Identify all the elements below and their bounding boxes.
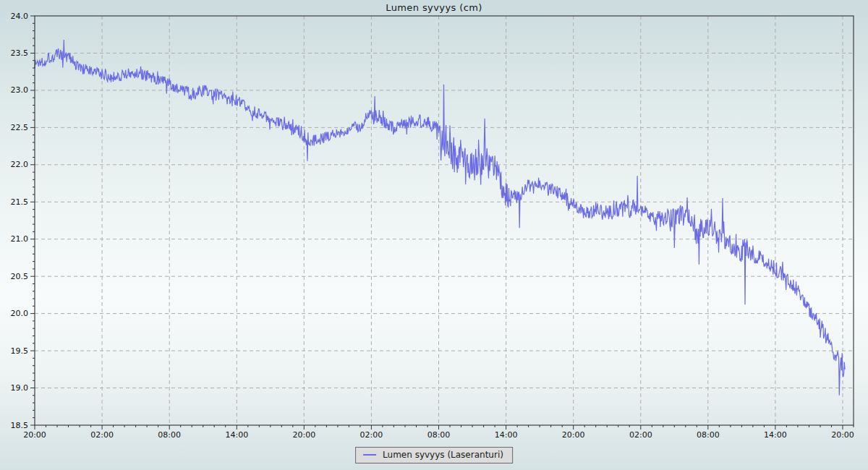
svg-text:20:00: 20:00 <box>831 430 854 440</box>
svg-text:14:00: 14:00 <box>495 430 518 440</box>
svg-text:02:00: 02:00 <box>90 430 114 440</box>
svg-text:19.0: 19.0 <box>11 383 29 393</box>
axis-tick-labels: 18.519.019.520.020.521.021.522.022.523.0… <box>11 12 854 440</box>
svg-text:23.5: 23.5 <box>11 48 29 58</box>
svg-text:20:00: 20:00 <box>562 430 585 440</box>
svg-text:08:00: 08:00 <box>158 430 181 440</box>
svg-text:18.5: 18.5 <box>11 421 29 430</box>
svg-text:22.0: 22.0 <box>11 160 29 169</box>
legend-label: Lumen syvyys (Laseranturi) <box>383 450 503 460</box>
svg-text:14:00: 14:00 <box>225 430 248 440</box>
svg-text:20.5: 20.5 <box>11 272 29 281</box>
svg-text:22.5: 22.5 <box>11 123 29 132</box>
svg-text:14:00: 14:00 <box>764 430 787 440</box>
svg-text:08:00: 08:00 <box>427 430 451 440</box>
svg-text:08:00: 08:00 <box>697 430 720 440</box>
svg-text:20:00: 20:00 <box>23 430 46 440</box>
svg-text:21.0: 21.0 <box>11 234 29 244</box>
svg-text:02:00: 02:00 <box>360 430 383 440</box>
svg-text:23.0: 23.0 <box>11 85 29 95</box>
svg-text:02:00: 02:00 <box>629 430 652 440</box>
legend: Lumen syvyys (Laseranturi) <box>355 447 513 463</box>
depth-series-line <box>35 40 845 396</box>
snow-depth-chart: Lumen syvyys (cm) 18.519.019.520.020.521… <box>0 0 868 470</box>
svg-text:20.0: 20.0 <box>11 309 29 318</box>
svg-text:21.5: 21.5 <box>11 197 29 207</box>
svg-text:20:00: 20:00 <box>292 430 315 440</box>
legend-line-sample <box>363 454 376 456</box>
svg-text:24.0: 24.0 <box>11 12 29 21</box>
svg-text:19.5: 19.5 <box>11 346 29 356</box>
plot-area: 18.519.019.520.020.521.021.522.022.523.0… <box>0 0 868 470</box>
